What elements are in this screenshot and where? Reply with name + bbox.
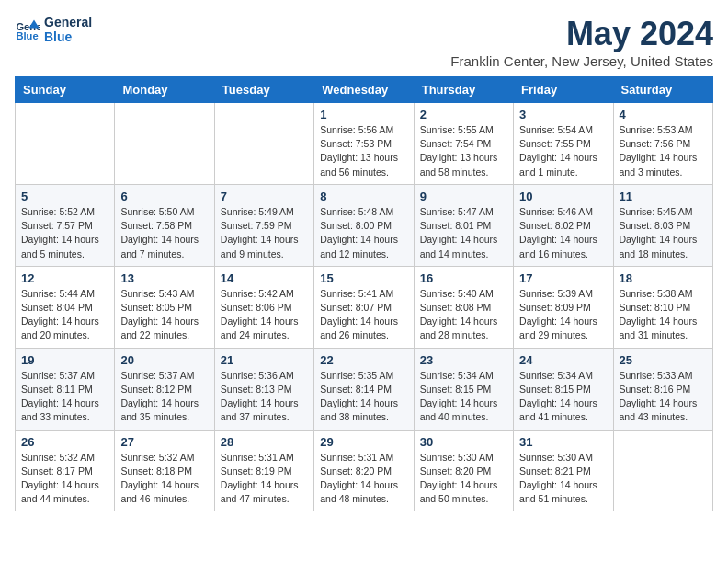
day-cell: [16, 103, 115, 185]
weekday-wednesday: Wednesday: [314, 77, 414, 103]
day-number: 4: [620, 108, 707, 121]
day-cell: 27Sunrise: 5:32 AMSunset: 8:18 PMDayligh…: [115, 430, 214, 511]
weekday-friday: Friday: [514, 77, 613, 103]
day-info: Sunrise: 5:52 AMSunset: 7:57 PMDaylight:…: [21, 205, 108, 261]
day-cell: 28Sunrise: 5:31 AMSunset: 8:19 PMDayligh…: [214, 430, 313, 511]
day-cell: 19Sunrise: 5:37 AMSunset: 8:11 PMDayligh…: [16, 348, 115, 430]
weekday-tuesday: Tuesday: [214, 77, 313, 103]
day-number: 10: [519, 190, 607, 203]
day-number: 13: [120, 271, 208, 285]
day-number: 27: [120, 435, 208, 449]
day-number: 15: [320, 271, 407, 285]
day-info: Sunrise: 5:42 AMSunset: 8:06 PMDaylight:…: [221, 287, 308, 343]
day-number: 11: [620, 190, 707, 203]
day-number: 31: [519, 435, 607, 449]
week-row-3: 12Sunrise: 5:44 AMSunset: 8:04 PMDayligh…: [16, 266, 713, 348]
day-info: Sunrise: 5:33 AMSunset: 8:16 PMDaylight:…: [620, 369, 707, 425]
day-info: Sunrise: 5:49 AMSunset: 7:59 PMDaylight:…: [221, 205, 308, 261]
day-number: 21: [221, 353, 308, 367]
day-number: 8: [320, 190, 407, 203]
day-info: Sunrise: 5:34 AMSunset: 8:15 PMDaylight:…: [519, 369, 607, 425]
day-info: Sunrise: 5:34 AMSunset: 8:15 PMDaylight:…: [420, 369, 507, 425]
day-cell: 20Sunrise: 5:37 AMSunset: 8:12 PMDayligh…: [115, 348, 214, 430]
day-info: Sunrise: 5:36 AMSunset: 8:13 PMDaylight:…: [221, 369, 308, 425]
day-info: Sunrise: 5:45 AMSunset: 8:03 PMDaylight:…: [620, 205, 707, 261]
day-cell: 8Sunrise: 5:48 AMSunset: 8:00 PMDaylight…: [314, 184, 414, 266]
day-info: Sunrise: 5:32 AMSunset: 8:17 PMDaylight:…: [21, 451, 108, 507]
day-number: 12: [21, 271, 108, 285]
day-info: Sunrise: 5:32 AMSunset: 8:18 PMDaylight:…: [120, 451, 208, 507]
day-info: Sunrise: 5:40 AMSunset: 8:08 PMDaylight:…: [420, 287, 507, 343]
day-number: 28: [221, 435, 308, 449]
day-number: 1: [320, 108, 407, 121]
day-cell: 15Sunrise: 5:41 AMSunset: 8:07 PMDayligh…: [314, 266, 414, 348]
day-cell: [115, 103, 214, 185]
day-cell: 26Sunrise: 5:32 AMSunset: 8:17 PMDayligh…: [16, 430, 115, 511]
day-number: 9: [420, 190, 507, 203]
day-cell: 10Sunrise: 5:46 AMSunset: 8:02 PMDayligh…: [514, 184, 613, 266]
day-cell: 16Sunrise: 5:40 AMSunset: 8:08 PMDayligh…: [414, 266, 513, 348]
calendar-subtitle: Franklin Center, New Jersey, United Stat…: [450, 53, 713, 69]
day-cell: 18Sunrise: 5:38 AMSunset: 8:10 PMDayligh…: [613, 266, 712, 348]
day-cell: 17Sunrise: 5:39 AMSunset: 8:09 PMDayligh…: [514, 266, 613, 348]
day-cell: 29Sunrise: 5:31 AMSunset: 8:20 PMDayligh…: [314, 430, 414, 511]
day-number: 23: [420, 353, 507, 367]
week-row-2: 5Sunrise: 5:52 AMSunset: 7:57 PMDaylight…: [16, 184, 713, 266]
day-number: 30: [420, 435, 507, 449]
day-cell: 14Sunrise: 5:42 AMSunset: 8:06 PMDayligh…: [214, 266, 313, 348]
day-info: Sunrise: 5:39 AMSunset: 8:09 PMDaylight:…: [519, 287, 607, 343]
day-info: Sunrise: 5:31 AMSunset: 8:19 PMDaylight:…: [221, 451, 308, 507]
day-number: 7: [221, 190, 308, 203]
day-number: 6: [120, 190, 208, 203]
day-info: Sunrise: 5:37 AMSunset: 8:11 PMDaylight:…: [21, 369, 108, 425]
weekday-sunday: Sunday: [16, 77, 115, 103]
day-cell: [613, 430, 712, 511]
day-number: 5: [21, 190, 108, 203]
day-cell: 11Sunrise: 5:45 AMSunset: 8:03 PMDayligh…: [613, 184, 712, 266]
day-cell: 4Sunrise: 5:53 AMSunset: 7:56 PMDaylight…: [613, 103, 712, 185]
day-info: Sunrise: 5:37 AMSunset: 8:12 PMDaylight:…: [120, 369, 208, 425]
day-cell: 23Sunrise: 5:34 AMSunset: 8:15 PMDayligh…: [414, 348, 513, 430]
day-info: Sunrise: 5:50 AMSunset: 7:58 PMDaylight:…: [120, 205, 208, 261]
logo-line2: Blue: [44, 29, 92, 44]
day-info: Sunrise: 5:48 AMSunset: 8:00 PMDaylight:…: [320, 205, 407, 261]
day-number: 16: [420, 271, 507, 285]
day-cell: 31Sunrise: 5:30 AMSunset: 8:21 PMDayligh…: [514, 430, 613, 511]
day-cell: 13Sunrise: 5:43 AMSunset: 8:05 PMDayligh…: [115, 266, 214, 348]
day-number: 29: [320, 435, 407, 449]
logo-icon: General Blue: [15, 17, 40, 42]
day-info: Sunrise: 5:53 AMSunset: 7:56 PMDaylight:…: [620, 123, 707, 179]
day-info: Sunrise: 5:46 AMSunset: 8:02 PMDaylight:…: [519, 205, 607, 261]
day-number: 17: [519, 271, 607, 285]
day-info: Sunrise: 5:44 AMSunset: 8:04 PMDaylight:…: [21, 287, 108, 343]
day-cell: 12Sunrise: 5:44 AMSunset: 8:04 PMDayligh…: [16, 266, 115, 348]
day-number: 22: [320, 353, 407, 367]
day-number: 3: [519, 108, 607, 121]
day-info: Sunrise: 5:38 AMSunset: 8:10 PMDaylight:…: [620, 287, 707, 343]
day-info: Sunrise: 5:47 AMSunset: 8:01 PMDaylight:…: [420, 205, 507, 261]
day-cell: 5Sunrise: 5:52 AMSunset: 7:57 PMDaylight…: [16, 184, 115, 266]
day-info: Sunrise: 5:31 AMSunset: 8:20 PMDaylight:…: [320, 451, 407, 507]
calendar-table: SundayMondayTuesdayWednesdayThursdayFrid…: [15, 76, 713, 511]
weekday-monday: Monday: [115, 77, 214, 103]
day-info: Sunrise: 5:41 AMSunset: 8:07 PMDaylight:…: [320, 287, 407, 343]
calendar-body: 1Sunrise: 5:56 AMSunset: 7:53 PMDaylight…: [16, 103, 713, 511]
day-number: 18: [620, 271, 707, 285]
day-cell: 24Sunrise: 5:34 AMSunset: 8:15 PMDayligh…: [514, 348, 613, 430]
day-cell: [214, 103, 313, 185]
day-info: Sunrise: 5:56 AMSunset: 7:53 PMDaylight:…: [320, 123, 407, 179]
day-number: 19: [21, 353, 108, 367]
day-cell: 9Sunrise: 5:47 AMSunset: 8:01 PMDaylight…: [414, 184, 513, 266]
weekday-header-row: SundayMondayTuesdayWednesdayThursdayFrid…: [16, 77, 713, 103]
day-number: 26: [21, 435, 108, 449]
day-cell: 6Sunrise: 5:50 AMSunset: 7:58 PMDaylight…: [115, 184, 214, 266]
day-info: Sunrise: 5:35 AMSunset: 8:14 PMDaylight:…: [320, 369, 407, 425]
day-number: 14: [221, 271, 308, 285]
svg-text:Blue: Blue: [16, 30, 38, 41]
day-cell: 1Sunrise: 5:56 AMSunset: 7:53 PMDaylight…: [314, 103, 414, 185]
day-number: 25: [620, 353, 707, 367]
day-cell: 25Sunrise: 5:33 AMSunset: 8:16 PMDayligh…: [613, 348, 712, 430]
week-row-4: 19Sunrise: 5:37 AMSunset: 8:11 PMDayligh…: [16, 348, 713, 430]
day-number: 20: [120, 353, 208, 367]
calendar-header: General Blue General Blue May 2024 Frank…: [15, 15, 713, 69]
